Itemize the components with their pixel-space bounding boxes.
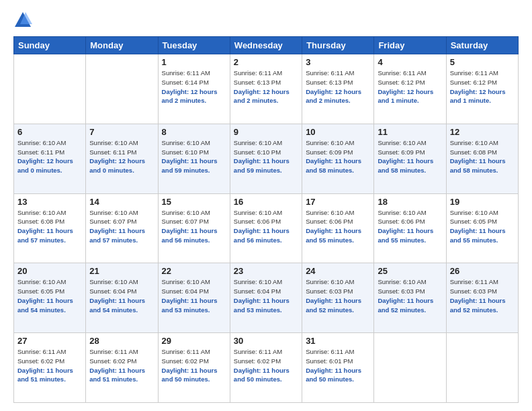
calendar-cell	[14, 54, 86, 124]
day-number: 17	[306, 197, 370, 207]
calendar-cell: 21Sunrise: 6:10 AMSunset: 6:04 PMDayligh…	[86, 263, 158, 333]
calendar-cell: 2Sunrise: 6:11 AMSunset: 6:13 PMDaylight…	[230, 54, 302, 124]
day-number: 16	[234, 197, 298, 207]
day-info: Sunrise: 6:10 AMSunset: 6:06 PMDaylight:…	[234, 208, 298, 245]
day-number: 26	[450, 266, 515, 276]
day-info: Sunrise: 6:10 AMSunset: 6:10 PMDaylight:…	[162, 138, 226, 175]
day-info: Sunrise: 6:10 AMSunset: 6:08 PMDaylight:…	[17, 208, 82, 245]
day-number: 7	[89, 127, 154, 137]
day-info: Sunrise: 6:11 AMSunset: 6:02 PMDaylight:…	[162, 347, 226, 384]
day-number: 11	[378, 127, 442, 137]
day-number: 29	[162, 336, 226, 346]
calendar-cell	[86, 54, 158, 124]
week-row-3: 13Sunrise: 6:10 AMSunset: 6:08 PMDayligh…	[14, 193, 519, 263]
day-info: Sunrise: 6:10 AMSunset: 6:11 PMDaylight:…	[89, 138, 154, 175]
day-number: 8	[162, 127, 226, 137]
day-info: Sunrise: 6:11 AMSunset: 6:13 PMDaylight:…	[306, 68, 370, 105]
col-header-wednesday: Wednesday	[230, 37, 302, 54]
day-info: Sunrise: 6:10 AMSunset: 6:09 PMDaylight:…	[306, 138, 370, 175]
day-info: Sunrise: 6:10 AMSunset: 6:09 PMDaylight:…	[378, 138, 442, 175]
logo-icon	[13, 11, 32, 30]
day-number: 15	[162, 197, 226, 207]
day-info: Sunrise: 6:10 AMSunset: 6:08 PMDaylight:…	[450, 138, 515, 175]
calendar-cell: 15Sunrise: 6:10 AMSunset: 6:07 PMDayligh…	[158, 193, 230, 263]
day-number: 22	[162, 266, 226, 276]
day-info: Sunrise: 6:10 AMSunset: 6:10 PMDaylight:…	[234, 138, 298, 175]
day-number: 21	[89, 266, 154, 276]
calendar-cell: 24Sunrise: 6:10 AMSunset: 6:03 PMDayligh…	[302, 263, 374, 333]
calendar-cell	[374, 333, 446, 403]
day-info: Sunrise: 6:10 AMSunset: 6:07 PMDaylight:…	[89, 208, 154, 245]
calendar-cell: 30Sunrise: 6:11 AMSunset: 6:02 PMDayligh…	[230, 333, 302, 403]
calendar-cell: 13Sunrise: 6:10 AMSunset: 6:08 PMDayligh…	[14, 193, 86, 263]
calendar-cell: 6Sunrise: 6:10 AMSunset: 6:11 PMDaylight…	[14, 124, 86, 193]
week-row-1: 1Sunrise: 6:11 AMSunset: 6:14 PMDaylight…	[14, 54, 519, 124]
calendar-cell: 25Sunrise: 6:10 AMSunset: 6:03 PMDayligh…	[374, 263, 446, 333]
day-info: Sunrise: 6:11 AMSunset: 6:01 PMDaylight:…	[306, 347, 370, 384]
day-info: Sunrise: 6:10 AMSunset: 6:03 PMDaylight:…	[306, 277, 370, 314]
calendar-cell: 16Sunrise: 6:10 AMSunset: 6:06 PMDayligh…	[230, 193, 302, 263]
col-header-tuesday: Tuesday	[158, 37, 230, 54]
calendar-cell: 5Sunrise: 6:11 AMSunset: 6:12 PMDaylight…	[446, 54, 518, 124]
day-info: Sunrise: 6:11 AMSunset: 6:12 PMDaylight:…	[378, 68, 442, 105]
col-header-friday: Friday	[374, 37, 446, 54]
day-number: 4	[378, 57, 442, 67]
calendar-cell: 11Sunrise: 6:10 AMSunset: 6:09 PMDayligh…	[374, 124, 446, 193]
day-info: Sunrise: 6:11 AMSunset: 6:13 PMDaylight:…	[234, 68, 298, 105]
calendar-cell: 4Sunrise: 6:11 AMSunset: 6:12 PMDaylight…	[374, 54, 446, 124]
calendar-cell: 23Sunrise: 6:10 AMSunset: 6:04 PMDayligh…	[230, 263, 302, 333]
day-info: Sunrise: 6:11 AMSunset: 6:02 PMDaylight:…	[89, 347, 154, 384]
day-number: 19	[450, 197, 515, 207]
day-info: Sunrise: 6:10 AMSunset: 6:05 PMDaylight:…	[17, 277, 82, 314]
calendar-cell: 28Sunrise: 6:11 AMSunset: 6:02 PMDayligh…	[86, 333, 158, 403]
day-number: 6	[17, 127, 82, 137]
week-row-4: 20Sunrise: 6:10 AMSunset: 6:05 PMDayligh…	[14, 263, 519, 333]
day-number: 13	[17, 197, 82, 207]
day-info: Sunrise: 6:10 AMSunset: 6:06 PMDaylight:…	[378, 208, 442, 245]
day-number: 3	[306, 57, 370, 67]
day-info: Sunrise: 6:10 AMSunset: 6:03 PMDaylight:…	[378, 277, 442, 314]
day-info: Sunrise: 6:11 AMSunset: 6:02 PMDaylight:…	[17, 347, 82, 384]
col-header-monday: Monday	[86, 37, 158, 54]
day-info: Sunrise: 6:11 AMSunset: 6:12 PMDaylight:…	[450, 68, 515, 105]
calendar-cell: 14Sunrise: 6:10 AMSunset: 6:07 PMDayligh…	[86, 193, 158, 263]
day-number: 10	[306, 127, 370, 137]
day-number: 14	[89, 197, 154, 207]
day-number: 31	[306, 336, 370, 346]
day-info: Sunrise: 6:11 AMSunset: 6:14 PMDaylight:…	[162, 68, 226, 105]
week-row-2: 6Sunrise: 6:10 AMSunset: 6:11 PMDaylight…	[14, 124, 519, 193]
day-info: Sunrise: 6:10 AMSunset: 6:04 PMDaylight:…	[234, 277, 298, 314]
logo	[13, 11, 35, 30]
day-number: 24	[306, 266, 370, 276]
day-info: Sunrise: 6:10 AMSunset: 6:11 PMDaylight:…	[17, 138, 82, 175]
day-info: Sunrise: 6:10 AMSunset: 6:06 PMDaylight:…	[306, 208, 370, 245]
calendar-cell: 18Sunrise: 6:10 AMSunset: 6:06 PMDayligh…	[374, 193, 446, 263]
header	[13, 11, 519, 30]
calendar-cell: 27Sunrise: 6:11 AMSunset: 6:02 PMDayligh…	[14, 333, 86, 403]
page: SundayMondayTuesdayWednesdayThursdayFrid…	[0, 0, 532, 411]
day-number: 9	[234, 127, 298, 137]
calendar-cell: 17Sunrise: 6:10 AMSunset: 6:06 PMDayligh…	[302, 193, 374, 263]
calendar-cell: 3Sunrise: 6:11 AMSunset: 6:13 PMDaylight…	[302, 54, 374, 124]
col-header-sunday: Sunday	[14, 37, 86, 54]
col-header-saturday: Saturday	[446, 37, 518, 54]
calendar-cell: 26Sunrise: 6:11 AMSunset: 6:03 PMDayligh…	[446, 263, 518, 333]
day-number: 27	[17, 336, 82, 346]
calendar-cell: 22Sunrise: 6:10 AMSunset: 6:04 PMDayligh…	[158, 263, 230, 333]
day-number: 5	[450, 57, 515, 67]
calendar-cell: 10Sunrise: 6:10 AMSunset: 6:09 PMDayligh…	[302, 124, 374, 193]
calendar-table: SundayMondayTuesdayWednesdayThursdayFrid…	[13, 36, 519, 403]
calendar-cell: 9Sunrise: 6:10 AMSunset: 6:10 PMDaylight…	[230, 124, 302, 193]
day-number: 25	[378, 266, 442, 276]
calendar-cell: 29Sunrise: 6:11 AMSunset: 6:02 PMDayligh…	[158, 333, 230, 403]
calendar-cell: 31Sunrise: 6:11 AMSunset: 6:01 PMDayligh…	[302, 333, 374, 403]
day-number: 30	[234, 336, 298, 346]
col-header-thursday: Thursday	[302, 37, 374, 54]
day-info: Sunrise: 6:10 AMSunset: 6:04 PMDaylight:…	[162, 277, 226, 314]
day-number: 1	[162, 57, 226, 67]
calendar-cell: 1Sunrise: 6:11 AMSunset: 6:14 PMDaylight…	[158, 54, 230, 124]
day-info: Sunrise: 6:10 AMSunset: 6:05 PMDaylight:…	[450, 208, 515, 245]
day-number: 23	[234, 266, 298, 276]
day-info: Sunrise: 6:10 AMSunset: 6:07 PMDaylight:…	[162, 208, 226, 245]
day-number: 18	[378, 197, 442, 207]
